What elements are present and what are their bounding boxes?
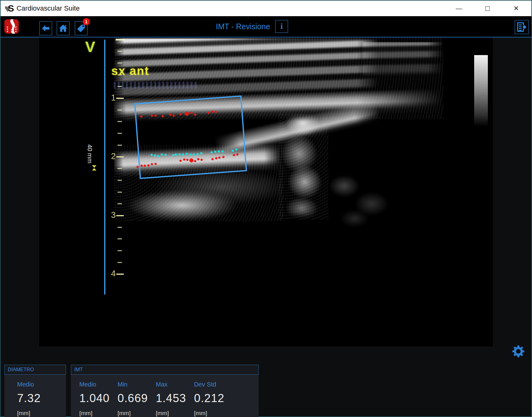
back-arrow-icon [41,24,50,33]
ruler-tick-minor [118,121,122,122]
adventitia-dot-red [194,114,196,116]
ruler-label: 3 [106,210,116,220]
lumen-dot-cyan [189,153,192,156]
ruler-tick-minor [118,51,122,52]
lumen-dot-cyan [235,148,238,151]
lumen-dot-cyan [221,150,224,152]
info-icon: i [280,22,283,31]
imt-panel-header: IMT [71,365,259,375]
ruler-label: 1 [106,93,116,103]
media-dot-red [201,159,203,161]
app-logo-icon [4,19,19,34]
adventitia-dot-red [185,112,189,116]
imt-unit: [mm] [194,410,207,417]
ruler-tick-major [116,156,124,157]
media-dot-red [144,165,146,167]
imt-label: Max [156,381,168,388]
ruler-tick-minor [118,262,122,263]
imt-value: 1.040 [79,392,110,405]
minimize-button[interactable]: — [453,1,465,16]
media-dot-red [218,157,220,159]
lumen-dot-cyan [161,153,163,156]
app-window: ♥ S Cardiovascular Suite — □ ✕ [0,0,532,417]
adventitia-dot-red [179,113,182,115]
ruler-tick-major [116,274,124,275]
lumen-dot-cyan [197,153,199,155]
lumen-dot-cyan [232,150,234,152]
imt-panel: IMT Medio1.040[mm]Min0.669[mm]Max1.453[m… [71,365,259,417]
orientation-marker: V [85,38,95,55]
lumen-dot-cyan [182,153,184,156]
toolbar-center: IMT - Revisione i [216,16,288,37]
adventitia-dot-red [140,115,142,118]
close-button[interactable]: ✕ [510,1,522,16]
toolbar: 1 IMT - Revisione i [1,16,531,38]
ruler-tick-major [116,39,125,40]
ruler-label: 2 [106,152,116,161]
ruler-tick-minor [118,250,122,251]
maximize-button[interactable]: □ [481,1,494,16]
imt-value: 0.212 [194,392,224,405]
speckle-noise [279,114,328,220]
media-dot-red [222,156,224,158]
media-dot-red [155,163,157,165]
media-dot-red [186,159,188,161]
imt-label: Medio [79,381,96,388]
lumen-dot-cyan [154,154,156,157]
bottom-right-speckle [324,168,392,227]
media-dot-red [194,160,196,162]
grayscale-bar [474,55,488,127]
imt-unit: [mm] [79,410,92,417]
tag-icon [76,24,86,33]
media-dot-red [215,157,217,159]
media-dot-red [141,165,143,167]
page-title: IMT - Revisione [216,22,270,31]
diametro-label: Medio [17,381,34,388]
imt-unit: [mm] [156,410,169,417]
lumen-dot-cyan [178,153,181,156]
home-button[interactable] [57,21,70,35]
depth-label: 40 mm [86,140,93,168]
imt-medio-column: Medio1.040[mm] [79,381,118,417]
window-title: Cardiovascular Suite [16,4,80,12]
imt-dev-std-column: Dev Std0.212[mm] [194,381,232,417]
export-report-icon [516,22,527,32]
diametro-panel-body: Medio7.32[mm] [4,375,66,417]
ruler-tick-minor [118,145,122,146]
media-dot-red [183,158,185,161]
imt-panel-body: Medio1.040[mm]Min0.669[mm]Max1.453[mm]De… [71,375,259,417]
logo-s-mark: S [8,3,14,14]
adventitia-dot-red [215,111,217,113]
exit-report-button[interactable] [515,20,529,34]
tag-badge: 1 [83,18,90,25]
adventitia-dot-red [211,110,213,113]
info-button[interactable]: i [275,20,288,33]
imt-value: 1.453 [156,392,186,405]
media-dot-red [211,158,214,160]
ruler-tick-minor [118,203,122,204]
ruler-tick-minor [118,86,122,87]
adventitia-dot-red [162,115,164,117]
diametro-value: 7.32 [17,392,41,405]
diametro-unit: [mm] [17,410,30,417]
lumen-dot-cyan [186,153,188,155]
adventitia-dot-red [151,115,153,117]
media-dot-red [151,163,153,165]
ruler-tick-minor [118,238,122,239]
lumen-dot-cyan [157,155,159,157]
ruler-tick-minor [118,192,122,193]
window-controls: — □ ✕ [453,1,522,16]
lumen-dot-cyan [164,154,167,156]
ruler-tick-major [116,215,124,216]
gear-icon [512,345,525,358]
settings-button[interactable] [512,345,525,358]
roi-box[interactable] [134,96,247,179]
lumen-dot-cyan [200,152,202,154]
ultrasound-canvas[interactable]: 1234 V sx ant 40 mm [39,38,493,346]
back-button[interactable] [39,21,52,35]
home-icon [58,24,68,33]
ruler-tick-major [116,98,124,99]
ruler-tick-minor [118,133,122,134]
lumen-dot-cyan [175,153,177,156]
diametro-panel-header: DIAMETRO [4,365,66,375]
